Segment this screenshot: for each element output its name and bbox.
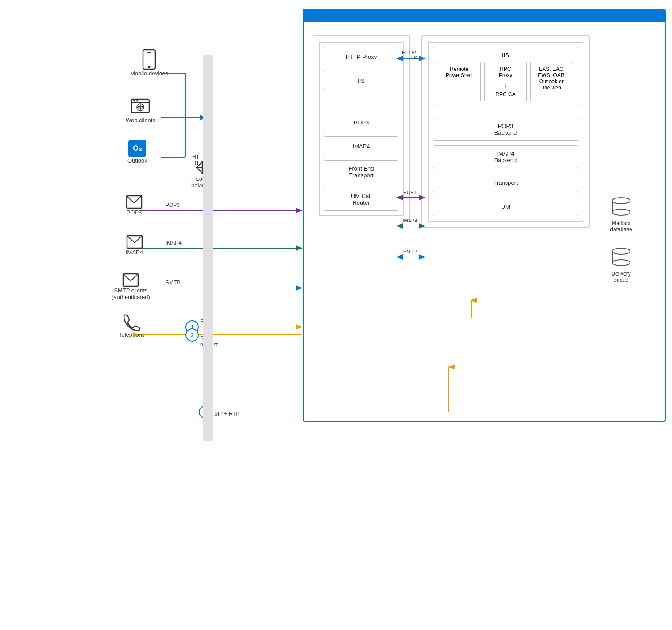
diagram-container: HTTP Proxy IIS POP3 IMAP4 Front EndTrans… bbox=[104, 9, 568, 422]
lb-stripe bbox=[203, 55, 213, 441]
outlook-label: Outlook bbox=[127, 157, 147, 164]
database-column: Mailboxdatabase Deliveryqueue bbox=[601, 31, 641, 412]
svg-text:1: 1 bbox=[191, 324, 194, 331]
client-access-box: HTTP Proxy IIS POP3 IMAP4 Front EndTrans… bbox=[313, 35, 410, 222]
mailbox-db-icon bbox=[610, 195, 633, 218]
svg-text:IMAP4: IMAP4 bbox=[166, 240, 182, 246]
web-label: Web clients bbox=[126, 117, 155, 124]
svg-text:2: 2 bbox=[191, 332, 194, 338]
outlook-client: O ✉ Outlook bbox=[127, 140, 147, 164]
mobile-icon bbox=[140, 49, 158, 70]
telephony-label: Telephony bbox=[119, 331, 145, 338]
rpc-proxy-col: RPCProxy ↓ RPC CA bbox=[484, 62, 527, 101]
iis-backend-label: IIS bbox=[438, 52, 573, 58]
imap4-label: IMAP4 bbox=[126, 249, 143, 256]
http-proxy-box: HTTP Proxy bbox=[324, 47, 398, 66]
svg-point-50 bbox=[148, 66, 151, 68]
backend-inner: IIS RemotePowerShell RPCProxy ↓ RPC CA bbox=[428, 42, 583, 222]
imap4-client: IMAP4 bbox=[126, 235, 143, 256]
outlook-icon: O ✉ bbox=[128, 140, 146, 157]
delivery-queue-icon bbox=[610, 246, 633, 269]
svg-point-54 bbox=[136, 100, 138, 102]
smtp-icon bbox=[122, 273, 139, 287]
svg-point-0 bbox=[612, 198, 630, 204]
transport-backend-box: Transport bbox=[433, 173, 578, 192]
eas-group-box: EAS, EAC,EWS, OAB,Outlook onthe web bbox=[530, 62, 573, 101]
pop3-backend-box: POP3Backend bbox=[433, 118, 578, 141]
client-access-inner: HTTP Proxy IIS POP3 IMAP4 Front EndTrans… bbox=[319, 42, 404, 216]
backend-box: IIS RemotePowerShell RPCProxy ↓ RPC CA bbox=[421, 35, 590, 228]
svg-point-38 bbox=[186, 329, 198, 341]
svg-text:SMTP: SMTP bbox=[166, 280, 180, 286]
svg-point-53 bbox=[133, 100, 135, 102]
imap4-backend-box: IMAP4Backend bbox=[433, 145, 578, 168]
pop3-icon bbox=[126, 195, 143, 209]
um-call-router-box: UM CallRouter bbox=[324, 188, 398, 211]
front-end-transport-box: Front EndTransport bbox=[324, 160, 398, 183]
mobile-client: Mobile devices bbox=[130, 49, 168, 77]
delivery-queue-label: Deliveryqueue bbox=[611, 271, 630, 283]
web-icon bbox=[131, 97, 150, 117]
mobile-label: Mobile devices bbox=[130, 70, 168, 77]
pop3-client: POP3 bbox=[126, 195, 143, 216]
rpc-arrow: ↓ bbox=[504, 80, 508, 89]
delivery-queue: Deliveryqueue bbox=[610, 246, 633, 283]
iis-backend-box: IIS RemotePowerShell RPCProxy ↓ RPC CA bbox=[433, 47, 578, 106]
svg-point-34 bbox=[186, 321, 198, 333]
remote-powershell-box: RemotePowerShell bbox=[438, 62, 481, 101]
mailbox-database: Mailboxdatabase bbox=[610, 195, 633, 233]
imap4-icon bbox=[126, 235, 143, 249]
web-client: Web clients bbox=[126, 97, 155, 124]
iis-cas-box: IIS bbox=[324, 71, 398, 90]
svg-point-9 bbox=[612, 260, 630, 266]
svg-rect-1 bbox=[612, 201, 630, 212]
smtp-label: SMTP clients(authenticated) bbox=[112, 287, 150, 300]
svg-rect-6 bbox=[612, 251, 630, 263]
smtp-client: SMTP clients(authenticated) bbox=[112, 273, 150, 300]
pop3-label: POP3 bbox=[127, 209, 142, 216]
um-backend-box: UM bbox=[433, 197, 578, 216]
svg-point-5 bbox=[612, 248, 630, 254]
imap4-cas-box: IMAP4 bbox=[324, 136, 398, 156]
svg-point-4 bbox=[612, 209, 630, 215]
telephony-icon bbox=[123, 314, 141, 331]
telephony-client: Telephony bbox=[119, 314, 145, 338]
exchange-title bbox=[304, 10, 665, 22]
pop3-cas-box: POP3 bbox=[324, 113, 398, 132]
mailbox-db-label: Mailboxdatabase bbox=[610, 220, 632, 233]
svg-text:POP3: POP3 bbox=[166, 202, 180, 208]
exchange-server-box: HTTP Proxy IIS POP3 IMAP4 Front EndTrans… bbox=[303, 9, 666, 422]
